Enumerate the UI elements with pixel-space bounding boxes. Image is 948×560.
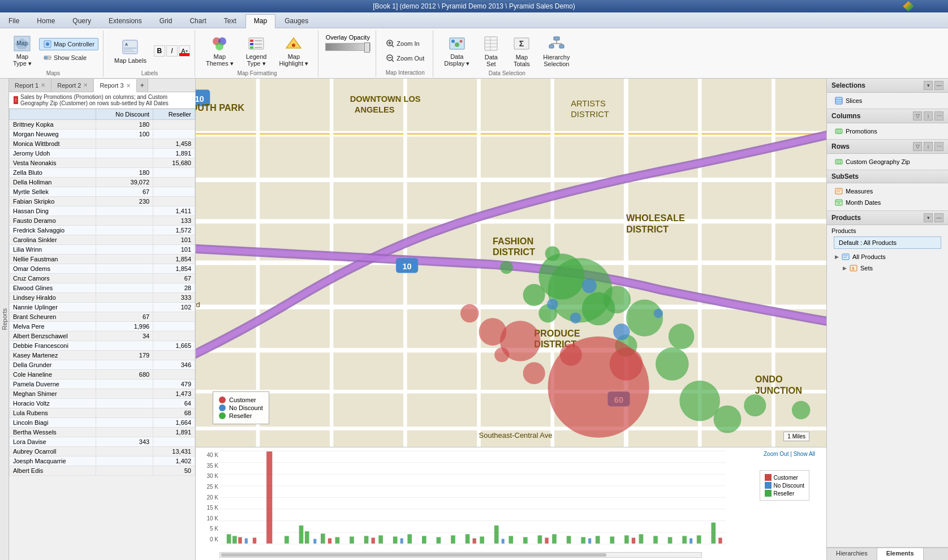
tab-grid[interactable]: Grid [151, 14, 181, 28]
table-row[interactable]: Lula Rubens68 [10, 408, 195, 418]
table-row[interactable]: Lincoln Biagi1,664 [10, 418, 195, 428]
bold-button[interactable]: B [154, 45, 165, 57]
products-default-row[interactable]: Default : All Products [834, 236, 941, 249]
legend-type-button[interactable]: LegendType ▾ [241, 32, 272, 70]
tab-home[interactable]: Home [28, 14, 63, 28]
selections-menu-btn[interactable]: ▾ [924, 81, 933, 90]
tab-map[interactable]: Map [245, 14, 275, 28]
rows-filter-btn[interactable]: ▽ [913, 142, 922, 151]
map-controller-button[interactable]: Map Controller [39, 38, 98, 50]
font-color-button[interactable]: A▾ [179, 45, 190, 57]
products-menu-btn[interactable]: ▾ [924, 213, 933, 222]
data-display-button[interactable]: DataDisplay ▾ [439, 32, 475, 70]
table-row[interactable]: Lilia Wrinn101 [10, 245, 195, 255]
show-scale-button[interactable]: Show Scale [39, 51, 98, 64]
table-row[interactable]: Horacio Voltz64 [10, 399, 195, 408]
columns-filter-btn[interactable]: ▽ [913, 111, 922, 120]
col-header-no-discount[interactable]: No Discount [96, 109, 153, 120]
report-tab-add[interactable]: + [137, 79, 149, 92]
table-row[interactable]: Elwood Glines28 [10, 283, 195, 293]
show-all-label[interactable]: Show All [794, 451, 815, 457]
zoom-in-button[interactable]: Zoom In [382, 37, 423, 50]
selections-header[interactable]: Selections ▾ — [827, 79, 948, 93]
reports-sidebar[interactable]: Reports [0, 79, 9, 560]
map-highlight-button[interactable]: MapHighlight ▾ [274, 32, 313, 70]
table-row[interactable]: Pamela Duverne479 [10, 380, 195, 389]
rows-menu-btn[interactable]: ⋯ [934, 142, 943, 151]
table-row[interactable]: Cruz Camors67 [10, 274, 195, 283]
columns-menu-btn[interactable]: ⋯ [934, 111, 943, 120]
table-row[interactable]: Fredrick Salvaggio1,572 [10, 226, 195, 235]
products-pin-btn[interactable]: — [934, 213, 943, 222]
table-row[interactable]: Fausto Deramo133 [10, 216, 195, 226]
elements-tab[interactable]: Elements [877, 548, 924, 560]
col-header-reseller[interactable]: Reseller [153, 109, 195, 120]
table-row[interactable]: Morgan Neuweg100 [10, 130, 195, 139]
table-row[interactable]: Monica Wittbrodt1,458 [10, 139, 195, 149]
chart-scrollbar[interactable] [219, 552, 702, 558]
table-row[interactable]: Aubrey Ocarroll13,431 [10, 447, 195, 456]
rows-sort-btn[interactable]: ↕ [924, 142, 933, 151]
subsets-header[interactable]: SubSets [827, 170, 948, 183]
table-row[interactable]: Hassan Ding1,411 [10, 206, 195, 216]
columns-header[interactable]: Columns ▽ ↕ ⋯ [827, 109, 948, 123]
table-row[interactable]: Melva Pere1,996 [10, 322, 195, 331]
tab-gauges[interactable]: Gauges [276, 14, 317, 28]
overlay-slider-handle[interactable] [364, 42, 370, 53]
chart-scrollbar-thumb[interactable] [221, 553, 606, 557]
table-row[interactable]: Albert Edis50 [10, 466, 195, 476]
map-labels-button[interactable]: A Map Labels [109, 32, 152, 70]
sets-item[interactable]: ▶ S Sets [831, 262, 943, 274]
italic-button[interactable]: I [166, 45, 178, 57]
table-row[interactable]: Cole Haneline680 [10, 370, 195, 380]
slices-item[interactable]: Slices [831, 95, 943, 106]
table-row[interactable]: Fabian Skripko230 [10, 197, 195, 206]
table-row[interactable]: Zella Bluto180 [10, 168, 195, 178]
custom-geo-item[interactable]: Custom Geography Zip [831, 156, 943, 167]
report-tab-2[interactable]: Report 2 ✕ [51, 79, 94, 92]
tab-file[interactable]: File [0, 14, 28, 28]
table-row[interactable]: Vesta Neonakis15,680 [10, 158, 195, 168]
report-tab-1[interactable]: Report 1 ✕ [9, 79, 51, 92]
selections-pin-btn[interactable]: — [934, 81, 943, 90]
table-row[interactable]: Omar Odems1,854 [10, 264, 195, 274]
tab-query[interactable]: Query [64, 14, 100, 28]
report-tab-1-close[interactable]: ✕ [41, 82, 45, 88]
report-tab-3-close[interactable]: ✕ [126, 83, 131, 89]
map-view[interactable]: 110 10 60 Venice Blvd W Pico Blvd E Wash… [196, 79, 826, 447]
month-dates-item[interactable]: 31 Month Dates [831, 197, 943, 208]
data-table-container[interactable]: No Discount Reseller Brittney Kopka180Mo… [9, 109, 195, 560]
table-row[interactable]: Myrtle Sellek67 [10, 187, 195, 197]
measures-item[interactable]: Measures [831, 186, 943, 197]
tab-text[interactable]: Text [216, 14, 245, 28]
map-themes-button[interactable]: MapThemes ▾ [201, 32, 239, 70]
table-row[interactable]: Nannie Uplinger102 [10, 303, 195, 312]
table-row[interactable]: Bertha Wessels1,891 [10, 428, 195, 437]
table-row[interactable]: Kasey Martenez179 [10, 351, 195, 360]
table-row[interactable]: Meghan Shimer1,473 [10, 389, 195, 399]
table-row[interactable]: Joesph Macquarrie1,402 [10, 456, 195, 466]
tab-extensions[interactable]: Extensions [100, 14, 150, 28]
table-row[interactable]: Lora Davise343 [10, 437, 195, 447]
table-row[interactable]: Della Hollman39,072 [10, 178, 195, 187]
table-row[interactable]: Jeromy Udoh1,891 [10, 149, 195, 158]
col-header-customer[interactable] [10, 109, 96, 120]
table-row[interactable]: Brant Scheuren67 [10, 312, 195, 322]
table-row[interactable]: Albert Benzschawel34 [10, 331, 195, 341]
table-row[interactable]: Lindsey Hiraldo333 [10, 293, 195, 303]
report-tab-2-close[interactable]: ✕ [83, 82, 88, 88]
table-row[interactable]: Carolina Sinkler101 [10, 235, 195, 245]
map-type-button[interactable]: Map MapType ▾ [8, 32, 37, 70]
table-row[interactable]: Brittney Kopka180 [10, 120, 195, 130]
rows-header[interactable]: Rows ▽ ↕ ⋯ [827, 140, 948, 154]
all-products-item[interactable]: ▶ All Products [831, 251, 943, 262]
zoom-out-button[interactable]: Zoom Out [382, 52, 428, 64]
map-totals-button[interactable]: Σ MapTotals [507, 32, 536, 70]
data-set-button[interactable]: DataSet [477, 32, 505, 70]
tab-chart[interactable]: Chart [181, 14, 214, 28]
hierarchy-button[interactable]: HierarchySelection [538, 32, 575, 70]
hierarchies-tab[interactable]: Hierarchies [827, 548, 877, 560]
zoom-out-label[interactable]: Zoom Out [764, 451, 788, 457]
chart-zoom-controls[interactable]: Zoom Out | Show All [764, 451, 815, 457]
promotions-item[interactable]: Promotions [831, 126, 943, 137]
